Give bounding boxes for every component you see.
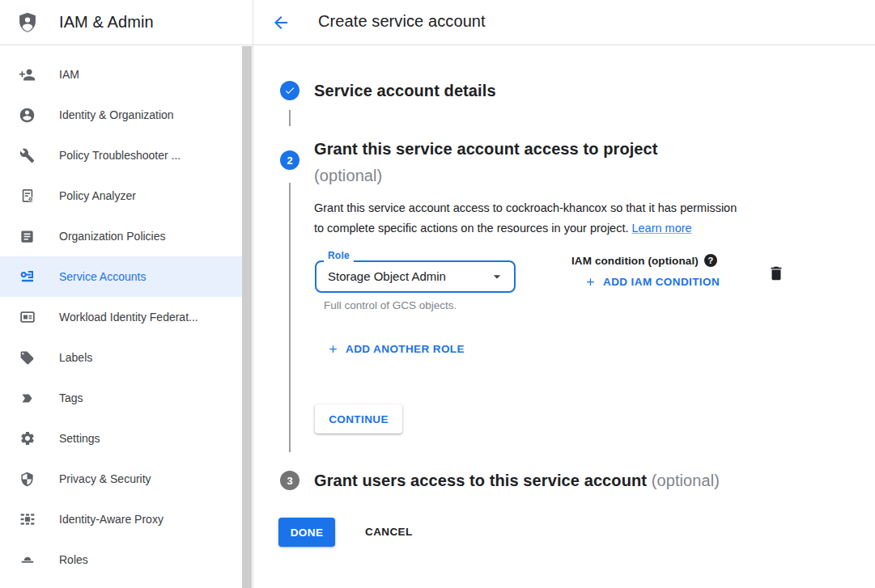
step3-optional-label: (optional)	[652, 472, 720, 489]
gear-icon	[19, 430, 36, 447]
step1-title: Service account details	[314, 81, 496, 100]
iam-condition-row: IAM condition (optional) ?	[571, 254, 717, 267]
sidebar-item-label: Roles	[59, 553, 88, 566]
step2-title: Grant this service account access to pro…	[314, 136, 735, 163]
product-title: IAM & Admin	[59, 13, 154, 32]
sidebar-item-label: Policy Analyzer	[59, 189, 136, 202]
iam-admin-app: IAM & Admin IAM Identity & Organization	[0, 0, 875, 588]
sidebar-item-label: Workload Identity Federat...	[59, 311, 198, 324]
article-icon	[19, 228, 36, 245]
back-arrow-icon[interactable]	[271, 13, 291, 32]
iam-shield-logo-icon	[16, 10, 39, 36]
sidebar-item-label: Identity & Organization	[59, 108, 174, 121]
sidebar-item-tags[interactable]: Tags	[0, 378, 242, 418]
step2-number-badge: 2	[280, 150, 299, 170]
add-iam-condition-button[interactable]: ADD IAM CONDITION	[584, 276, 720, 288]
sidebar-item-workload-identity-federation[interactable]: Workload Identity Federat...	[0, 297, 242, 337]
step3-title: Grant users access to this service accou…	[314, 472, 652, 489]
help-icon[interactable]: ?	[704, 254, 717, 267]
sidebar-item-organization-policies[interactable]: Organization Policies	[0, 216, 242, 256]
sidebar-item-label: Identity-Aware Proxy	[59, 513, 164, 526]
role-selected-value: Storage Object Admin	[328, 262, 446, 291]
create-service-account-form: Service account details 2 Grant this ser…	[253, 45, 875, 588]
sidebar-nav: IAM Identity & Organization Policy Troub…	[0, 45, 253, 580]
delete-role-trash-icon[interactable]	[767, 264, 785, 282]
sidebar-item-labels[interactable]: Labels	[0, 337, 242, 378]
add-iam-condition-label: ADD IAM CONDITION	[603, 276, 720, 288]
sidebar-scrollbar[interactable]	[242, 46, 252, 588]
learn-more-link[interactable]: Learn more	[631, 222, 691, 235]
sidebar-item-policy-troubleshooter[interactable]: Policy Troubleshooter ...	[0, 135, 242, 176]
step2-number: 2	[287, 154, 292, 167]
add-another-role-button[interactable]: ADD ANOTHER ROLE	[327, 343, 465, 355]
wrench-icon	[19, 147, 36, 164]
sidebar-item-label: Tags	[59, 391, 83, 404]
step3-heading: Grant users access to this service accou…	[314, 469, 720, 492]
id-card-icon	[19, 309, 36, 326]
half-shield-icon	[19, 471, 36, 488]
sidebar-item-label: Organization Policies	[59, 230, 166, 243]
sidebar-item-identity-organization[interactable]: Identity & Organization	[0, 95, 242, 135]
brand-header: IAM & Admin	[0, 0, 253, 45]
iam-condition-label: IAM condition (optional)	[571, 255, 699, 267]
policy-analyzer-icon	[19, 188, 36, 205]
role-helper-text: Full control of GCS objects.	[324, 299, 457, 311]
step3-number: 3	[287, 475, 292, 487]
page-title: Create service account	[318, 12, 486, 31]
service-account-key-icon	[19, 269, 36, 286]
sidebar-item-iam[interactable]: IAM	[0, 54, 242, 95]
step2-description: Grant this service account access to coc…	[314, 198, 808, 239]
sidebar-item-label: Service Accounts	[59, 270, 146, 283]
sidebar-item-policy-analyzer[interactable]: Policy Analyzer	[0, 176, 242, 216]
plus-icon	[327, 343, 339, 355]
dropdown-arrow-icon	[489, 269, 505, 285]
sidebar: IAM & Admin IAM Identity & Organization	[0, 0, 253, 588]
sidebar-item-settings[interactable]: Settings	[0, 418, 242, 459]
sidebar-item-service-accounts[interactable]: Service Accounts	[0, 256, 242, 297]
sidebar-item-label: IAM	[59, 68, 79, 81]
tag-arrow-icon	[19, 390, 36, 407]
continue-button[interactable]: CONTINUE	[315, 404, 402, 434]
plus-icon	[584, 276, 597, 288]
sidebar-scrollbar-thumb[interactable]	[242, 46, 252, 588]
sidebar-item-roles[interactable]: Roles	[0, 539, 242, 580]
person-add-icon	[19, 66, 36, 83]
sidebar-item-privacy-security[interactable]: Privacy & Security	[0, 459, 242, 499]
cancel-button[interactable]: CANCEL	[359, 518, 419, 547]
hat-icon	[19, 552, 36, 569]
sidebar-item-label: Policy Troubleshooter ...	[59, 149, 181, 162]
sidebar-item-identity-aware-proxy[interactable]: Identity-Aware Proxy	[0, 499, 242, 539]
step2-optional-label: (optional)	[314, 163, 735, 189]
sidebar-item-label: Labels	[59, 351, 92, 364]
topbar: Create service account	[253, 0, 875, 45]
sidebar-item-label: Privacy & Security	[59, 472, 151, 485]
done-button[interactable]: DONE	[278, 518, 335, 547]
stepper-connector	[289, 110, 291, 126]
account-circle-icon	[19, 107, 36, 124]
step1-completed-check-icon	[280, 81, 299, 100]
stepper-connector	[289, 183, 291, 452]
role-select[interactable]: Role Storage Object Admin	[315, 260, 516, 293]
description-line1: Grant this service account access to coc…	[314, 201, 737, 214]
sidebar-item-label: Settings	[59, 432, 100, 445]
step3-number-badge: 3	[280, 471, 299, 490]
description-line2: to complete specific actions on the reso…	[314, 222, 628, 235]
step2-heading: Grant this service account access to pro…	[314, 136, 735, 189]
add-another-role-label: ADD ANOTHER ROLE	[346, 343, 465, 355]
label-tag-icon	[19, 349, 36, 366]
proxy-gateway-icon	[19, 511, 36, 528]
